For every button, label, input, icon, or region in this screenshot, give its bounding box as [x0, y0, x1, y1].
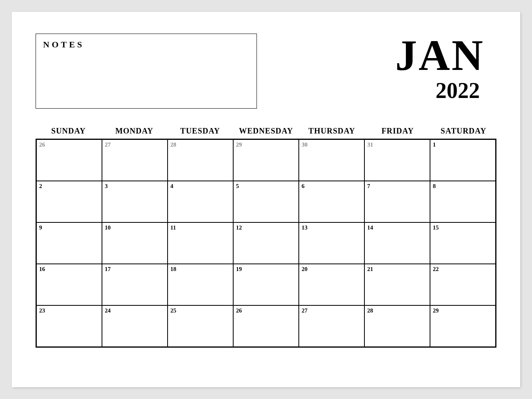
day-cell[interactable]: 26	[233, 305, 299, 347]
weekday-header: TUESDAY	[167, 126, 233, 136]
day-cell[interactable]: 9	[36, 222, 102, 264]
calendar-page: NOTES JAN 2022 SUNDAY MONDAY TUESDAY WED…	[12, 12, 520, 387]
day-cell[interactable]: 27	[102, 139, 168, 181]
day-number: 3	[105, 183, 165, 190]
day-cell[interactable]: 11	[168, 222, 233, 264]
day-number: 2	[39, 183, 99, 190]
day-number: 28	[170, 141, 230, 148]
year-title: 2022	[395, 79, 485, 102]
day-cell[interactable]: 14	[364, 222, 430, 264]
calendar: SUNDAY MONDAY TUESDAY WEDNESDAY THURSDAY…	[36, 126, 496, 348]
day-number: 30	[302, 141, 362, 148]
day-number: 22	[433, 266, 493, 273]
day-cell[interactable]: 22	[430, 264, 496, 305]
day-number: 9	[39, 224, 99, 231]
day-number: 15	[433, 224, 493, 231]
day-cell[interactable]: 25	[168, 305, 233, 347]
day-cell[interactable]: 26	[36, 139, 102, 181]
weekday-row: SUNDAY MONDAY TUESDAY WEDNESDAY THURSDAY…	[36, 126, 496, 136]
day-number: 26	[236, 307, 296, 314]
day-cell[interactable]: 8	[430, 181, 496, 222]
notes-label: NOTES	[43, 40, 249, 50]
day-number: 21	[367, 266, 427, 273]
day-cell[interactable]: 29	[430, 305, 496, 347]
day-number: 11	[170, 224, 230, 231]
day-number: 12	[236, 224, 296, 231]
day-number: 18	[170, 266, 230, 273]
day-cell[interactable]: 10	[102, 222, 168, 264]
day-number: 8	[433, 183, 493, 190]
day-cell[interactable]: 7	[364, 181, 430, 222]
day-number: 29	[433, 307, 493, 314]
day-number: 1	[433, 141, 493, 148]
day-cell[interactable]: 2	[36, 181, 102, 222]
weekday-header: FRIDAY	[365, 126, 431, 136]
day-number: 25	[170, 307, 230, 314]
day-cell[interactable]: 28	[168, 139, 233, 181]
day-number: 5	[236, 183, 296, 190]
day-cell[interactable]: 23	[36, 305, 102, 347]
header-row: NOTES JAN 2022	[36, 34, 496, 109]
day-cell[interactable]: 21	[364, 264, 430, 305]
day-number: 27	[302, 307, 362, 314]
day-cell[interactable]: 27	[299, 305, 364, 347]
day-cell[interactable]: 13	[299, 222, 364, 264]
day-cell[interactable]: 5	[233, 181, 299, 222]
day-cell[interactable]: 31	[364, 139, 430, 181]
day-number: 6	[302, 183, 362, 190]
day-cell[interactable]: 24	[102, 305, 168, 347]
day-cell[interactable]: 17	[102, 264, 168, 305]
day-number: 14	[367, 224, 427, 231]
weekday-header: SUNDAY	[36, 126, 102, 136]
title-block: JAN 2022	[395, 34, 496, 102]
weekday-header: WEDNESDAY	[233, 126, 299, 136]
day-cell[interactable]: 4	[168, 181, 233, 222]
day-number: 20	[302, 266, 362, 273]
day-number: 7	[367, 183, 427, 190]
day-number: 29	[236, 141, 296, 148]
day-number: 16	[39, 266, 99, 273]
day-number: 17	[105, 266, 165, 273]
day-number: 27	[105, 141, 165, 148]
notes-box[interactable]: NOTES	[36, 34, 257, 109]
day-cell[interactable]: 12	[233, 222, 299, 264]
day-number: 24	[105, 307, 165, 314]
day-cell[interactable]: 3	[102, 181, 168, 222]
day-number: 10	[105, 224, 165, 231]
day-cell[interactable]: 1	[430, 139, 496, 181]
day-cell[interactable]: 28	[364, 305, 430, 347]
day-cell[interactable]: 19	[233, 264, 299, 305]
day-cell[interactable]: 15	[430, 222, 496, 264]
day-cell[interactable]: 6	[299, 181, 364, 222]
day-number: 19	[236, 266, 296, 273]
day-number: 31	[367, 141, 427, 148]
day-cell[interactable]: 30	[299, 139, 364, 181]
day-number: 26	[39, 141, 99, 148]
day-number: 4	[170, 183, 230, 190]
day-number: 13	[302, 224, 362, 231]
day-cell[interactable]: 16	[36, 264, 102, 305]
weekday-header: SATURDAY	[430, 126, 496, 136]
day-cell[interactable]: 29	[233, 139, 299, 181]
weekday-header: THURSDAY	[299, 126, 365, 136]
weekday-header: MONDAY	[102, 126, 168, 136]
calendar-grid: 2627282930311234567891011121314151617181…	[36, 139, 496, 348]
day-number: 23	[39, 307, 99, 314]
day-number: 28	[367, 307, 427, 314]
day-cell[interactable]: 18	[168, 264, 233, 305]
month-title: JAN	[395, 34, 485, 77]
day-cell[interactable]: 20	[299, 264, 364, 305]
